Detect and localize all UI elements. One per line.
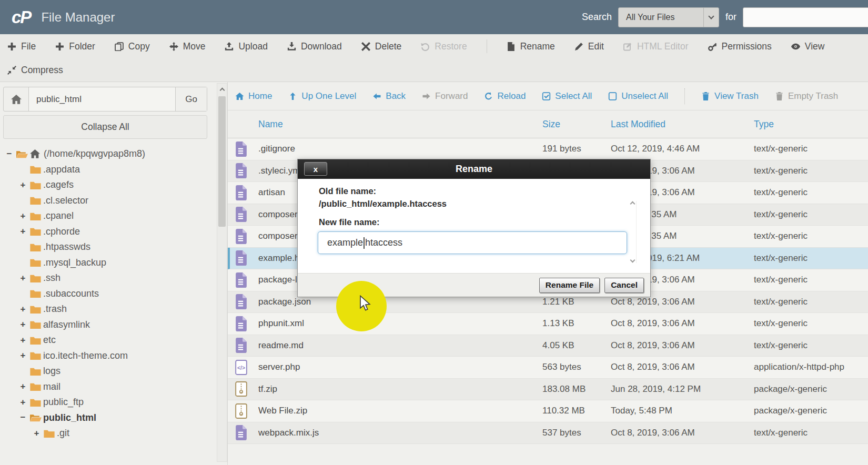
download-button[interactable]: Download xyxy=(287,41,342,52)
expand-icon[interactable] xyxy=(18,335,27,346)
tree-item[interactable]: logs xyxy=(0,363,207,379)
folder-button[interactable]: Folder xyxy=(55,41,95,52)
cancel-button[interactable]: Cancel xyxy=(604,278,644,293)
nav-view-trash-button[interactable]: View Trash xyxy=(701,91,759,102)
tree-item[interactable]: .trash xyxy=(0,301,207,317)
expand-icon[interactable] xyxy=(18,381,27,392)
compress-button[interactable]: Compress xyxy=(7,65,63,76)
file-type: text/x-generic xyxy=(754,253,868,264)
nav-back-button[interactable]: Back xyxy=(372,91,406,102)
expand-icon[interactable] xyxy=(18,273,27,284)
nav-view-trash-label: View Trash xyxy=(714,91,759,102)
text-file-icon xyxy=(235,163,247,178)
scrollbar-thumb[interactable] xyxy=(218,96,226,227)
expand-icon[interactable] xyxy=(18,319,27,330)
scroll-up-icon[interactable] xyxy=(630,201,635,207)
edit-button[interactable]: Edit xyxy=(574,41,604,52)
move-button[interactable]: Move xyxy=(169,41,206,52)
collapse-icon[interactable] xyxy=(18,412,27,423)
arrow-up-icon xyxy=(288,92,297,100)
folder-icon xyxy=(29,258,42,267)
expand-icon[interactable] xyxy=(18,211,27,221)
tree-item[interactable]: .subaccounts xyxy=(0,286,207,302)
expand-icon[interactable] xyxy=(18,350,27,361)
nav-up-one-level-button[interactable]: Up One Level xyxy=(288,91,356,102)
tree-item[interactable]: .appdata xyxy=(0,162,207,178)
tree-item-public-html[interactable]: public_html xyxy=(0,410,207,426)
view-button[interactable]: View xyxy=(791,41,825,52)
tree-item-label: .ssh xyxy=(43,272,60,284)
table-row[interactable]: Web File.zip 110.32 MB Today, 5:48 PM pa… xyxy=(228,400,868,422)
file-type: text/x-generic xyxy=(754,166,868,176)
table-row[interactable]: phpunit.xml 1.13 KB Oct 8, 2019, 3:06 AM… xyxy=(228,313,868,335)
tree-item[interactable]: public_ftp xyxy=(0,395,207,410)
tree-item[interactable]: mail xyxy=(0,379,207,395)
expand-icon[interactable] xyxy=(18,304,27,315)
column-header-size[interactable]: Size xyxy=(542,119,611,130)
delete-button[interactable]: Delete xyxy=(361,41,402,52)
tree-item-home[interactable]: (/home/kpqwgvpap8m8) xyxy=(0,146,207,162)
tree-item[interactable]: .cpanel xyxy=(0,208,207,224)
expand-icon[interactable] xyxy=(18,226,27,237)
tree-item[interactable]: .cphorde xyxy=(0,224,207,240)
path-bar: Go xyxy=(3,87,207,112)
expand-icon[interactable] xyxy=(18,180,27,190)
download-button-label: Download xyxy=(301,41,342,52)
nav-empty-trash-button[interactable]: Empty Trash xyxy=(775,91,838,102)
column-header-modified[interactable]: Last Modified xyxy=(611,119,754,130)
path-input[interactable] xyxy=(29,87,175,111)
file-manager-screen: cP File Manager Search All Your Files fo… xyxy=(0,0,868,465)
tree-item[interactable]: ico.itech-theme.com xyxy=(0,348,207,364)
nav-select-all-button[interactable]: Select All xyxy=(542,91,592,102)
restore-button-label: Restore xyxy=(435,41,467,52)
scroll-down-icon[interactable] xyxy=(630,258,635,263)
nav-home-button[interactable]: Home xyxy=(235,91,272,102)
plus-icon xyxy=(7,42,16,51)
file-modified: Oct 8, 2019, 3:06 AM xyxy=(611,362,754,372)
tree-item[interactable]: .cagefs xyxy=(0,177,207,193)
sidebar-scrollbar[interactable] xyxy=(217,83,227,462)
tree-item[interactable]: .git xyxy=(0,426,207,441)
scroll-up-icon[interactable] xyxy=(217,84,227,94)
table-row[interactable]: server.php 563 bytes Oct 8, 2019, 3:06 A… xyxy=(228,357,868,379)
permissions-button[interactable]: Permissions xyxy=(708,41,772,52)
tree-item[interactable]: etc xyxy=(0,332,207,348)
rename-button[interactable]: Rename xyxy=(507,41,555,52)
table-row[interactable]: .gitignore 191 bytes Oct 12, 2019, 4:46 … xyxy=(228,138,868,160)
toolbar-row-2: Compress xyxy=(0,58,868,82)
new-file-name-input[interactable]: example htaccess xyxy=(318,231,627,254)
collapse-all-button[interactable]: Collapse All xyxy=(3,115,207,139)
text-file-icon xyxy=(235,294,247,309)
expand-icon[interactable] xyxy=(32,428,41,439)
table-row[interactable]: webpack.mix.js 537 bytes Oct 8, 2019, 3:… xyxy=(228,422,868,444)
folder-icon xyxy=(29,165,42,174)
rename-file-button[interactable]: Rename File xyxy=(539,278,600,293)
tree-item[interactable]: .ssh xyxy=(0,270,207,286)
tree-item[interactable]: alfasymlink xyxy=(0,317,207,333)
new-file-name-label: New file name: xyxy=(319,217,380,227)
file-button[interactable]: File xyxy=(7,41,36,52)
tree-item[interactable]: .htpasswds xyxy=(0,239,207,255)
file-type: text/x-generic xyxy=(754,209,868,220)
tree-item-label: etc xyxy=(43,335,56,346)
nav-unselect-all-button[interactable]: Unselect All xyxy=(608,91,668,102)
collapse-icon[interactable] xyxy=(5,149,14,159)
go-button[interactable]: Go xyxy=(175,87,207,111)
copy-button[interactable]: Copy xyxy=(115,41,150,52)
close-icon[interactable]: x xyxy=(304,162,327,176)
tree-item[interactable]: .cl.selector xyxy=(0,193,207,209)
search-scope-select[interactable]: All Your Files xyxy=(618,7,719,27)
home-path-button[interactable] xyxy=(4,87,29,111)
table-row[interactable]: tf.zip 183.08 MB Jun 28, 2019, 4:12 PM p… xyxy=(228,379,868,401)
nav-reload-button[interactable]: Reload xyxy=(484,91,526,102)
dialog-scrollbar[interactable] xyxy=(629,201,637,263)
upload-button[interactable]: Upload xyxy=(225,41,267,52)
input-text-before-cursor: example xyxy=(327,237,363,248)
search-input[interactable] xyxy=(743,7,868,27)
expand-icon[interactable] xyxy=(18,397,27,408)
column-header-type[interactable]: Type xyxy=(754,119,868,130)
dialog-header[interactable]: x Rename xyxy=(298,159,650,179)
tree-item[interactable]: .mysql_backup xyxy=(0,255,207,271)
column-header-name[interactable]: Name xyxy=(258,119,542,130)
table-row[interactable]: readme.md 4.05 KB Oct 8, 2019, 3:06 AM t… xyxy=(228,335,868,357)
